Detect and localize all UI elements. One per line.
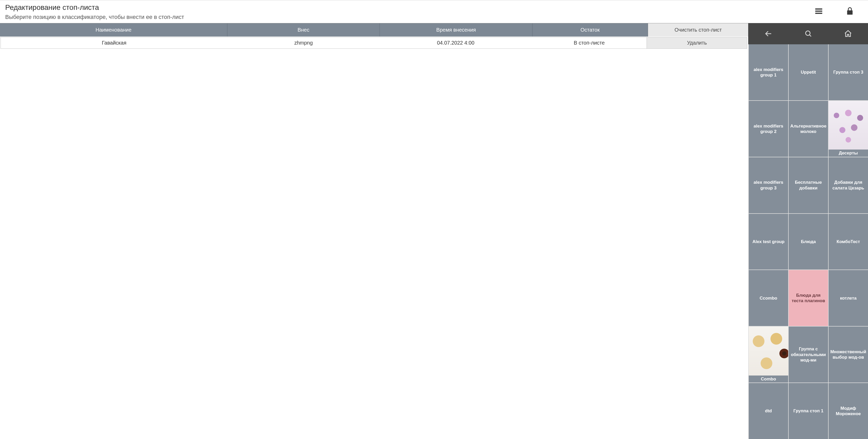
home-icon: [844, 30, 852, 38]
catalog-tile[interactable]: Uppetit: [789, 44, 828, 100]
back-button[interactable]: [748, 30, 788, 38]
lock-icon: [845, 6, 855, 16]
catalog-tile[interactable]: alex modifiers group 1: [749, 44, 788, 100]
tile-label: Десерты: [829, 150, 868, 157]
catalog-tile[interactable]: Бесплатные добавки: [789, 157, 828, 213]
catalog-toolbar: [748, 23, 868, 44]
catalog-tile[interactable]: Combo: [749, 326, 788, 382]
col-header-user: Внес: [227, 23, 380, 36]
catalog-tile[interactable]: Добавки для салата Цезарь: [829, 157, 868, 213]
table-row[interactable]: Гавайскаяzhmpng04.07.2022 4:00В стоп-лис…: [1, 37, 747, 49]
catalog-tile[interactable]: Множественный выбор мод-ов: [829, 326, 868, 382]
catalog-tile[interactable]: Группа стоп 1: [789, 383, 828, 439]
header-text-block: Редактирование стоп-листа Выберите позиц…: [5, 3, 813, 21]
catalog-grid: alex modifiers group 1UppetitГруппа стоп…: [748, 44, 868, 439]
catalog-tile[interactable]: Блюда для теста плагинов: [789, 270, 828, 326]
cell-time: 04.07.2022 4:00: [379, 37, 532, 49]
delete-button[interactable]: Удалить: [647, 37, 747, 49]
catalog-tile[interactable]: alex modifiers group 3: [749, 157, 788, 213]
berries-image: [829, 101, 868, 150]
svg-rect-0: [815, 8, 823, 10]
tile-label: Combo: [749, 376, 788, 382]
table-header: Наименование Внес Время внесения Остаток…: [0, 23, 748, 36]
col-header-name: Наименование: [0, 23, 227, 36]
main-area: Наименование Внес Время внесения Остаток…: [0, 23, 868, 439]
catalog-tile[interactable]: Группа стоп 3: [829, 44, 868, 100]
catalog-tile[interactable]: Десерты: [829, 101, 868, 157]
svg-rect-2: [815, 13, 823, 14]
page-header: Редактирование стоп-листа Выберите позиц…: [0, 0, 868, 23]
col-header-rest: Остаток: [532, 23, 648, 36]
catalog-tile[interactable]: КомбоТест: [829, 214, 868, 270]
search-button[interactable]: [788, 30, 828, 38]
stoplist-panel: Наименование Внес Время внесения Остаток…: [0, 23, 748, 439]
menu-button[interactable]: [813, 6, 824, 16]
home-button[interactable]: [828, 30, 868, 38]
catalog-tile[interactable]: Альтернативное молоко: [789, 101, 828, 157]
hamburger-icon: [814, 6, 824, 16]
catalog-tile[interactable]: alex modifiers group 2: [749, 101, 788, 157]
search-icon: [804, 30, 812, 38]
table-body: Гавайскаяzhmpng04.07.2022 4:00В стоп-лис…: [0, 36, 748, 439]
catalog-tile[interactable]: Модиф Мороженое: [829, 383, 868, 439]
catalog-tile[interactable]: Блюда: [789, 214, 828, 270]
col-header-time: Время внесения: [380, 23, 532, 36]
catalog-tile[interactable]: Группа с обязательными мод-ми: [789, 326, 828, 382]
catalog-panel: alex modifiers group 1UppetitГруппа стоп…: [748, 23, 868, 439]
catalog-tile[interactable]: Alex test group: [749, 214, 788, 270]
clear-stoplist-button[interactable]: Очистить стоп-лист: [648, 23, 748, 36]
lock-button[interactable]: [845, 6, 855, 16]
arrow-left-icon: [764, 30, 773, 38]
svg-rect-1: [815, 11, 823, 12]
catalog-tile[interactable]: dtd: [749, 383, 788, 439]
cell-user: zhmpng: [227, 37, 379, 49]
page-subtitle: Выберите позицию в классификаторе, чтобы…: [5, 14, 813, 21]
cell-name: Гавайская: [1, 37, 227, 49]
catalog-tile[interactable]: Ccombo: [749, 270, 788, 326]
header-icons: [813, 3, 863, 16]
cell-rest: В стоп-листе: [532, 37, 647, 49]
pizza-image: [749, 326, 788, 376]
page-title: Редактирование стоп-листа: [5, 3, 813, 12]
catalog-tile[interactable]: котлета: [829, 270, 868, 326]
